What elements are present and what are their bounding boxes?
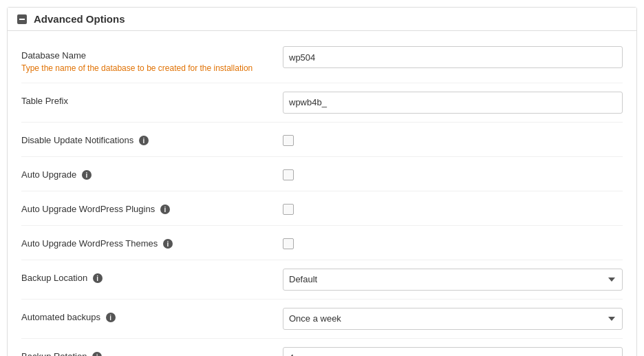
auto-upgrade-plugins-label: Auto Upgrade WordPress Plugins i <box>21 204 283 215</box>
database-name-row: Database Name Type the name of the datab… <box>21 38 623 83</box>
database-name-hint: Type the name of the database to be crea… <box>21 63 283 74</box>
backup-rotation-label-col: Backup Rotation i <box>21 347 283 356</box>
database-name-label: Database Name <box>21 50 283 61</box>
auto-upgrade-plugins-checkbox[interactable] <box>283 204 294 215</box>
backup-rotation-row: Backup Rotation i 1 2 3 4 5 <box>21 339 623 356</box>
panel-header[interactable]: Advanced Options <box>8 8 636 31</box>
automated-backups-control: Once a week Once a day Twice a day Disab… <box>283 308 623 330</box>
backup-rotation-info-icon[interactable]: i <box>92 352 102 356</box>
auto-upgrade-info-icon[interactable]: i <box>82 170 92 180</box>
disable-update-notifications-row: Disable Update Notifications i <box>21 123 623 157</box>
backup-location-row: Backup Location i Default Remote FTP Dro… <box>21 260 623 300</box>
table-prefix-label-col: Table Prefix <box>21 92 283 106</box>
disable-update-notifications-info-icon[interactable]: i <box>139 136 149 145</box>
collapse-icon[interactable] <box>17 14 27 24</box>
backup-location-info-icon[interactable]: i <box>93 273 103 283</box>
table-prefix-input[interactable] <box>283 92 623 114</box>
backup-location-label-col: Backup Location i <box>21 269 283 284</box>
backup-location-select[interactable]: Default Remote FTP Dropbox S3 <box>283 269 623 291</box>
database-name-input[interactable] <box>283 46 623 68</box>
backup-location-control: Default Remote FTP Dropbox S3 <box>283 269 623 291</box>
database-name-label-col: Database Name Type the name of the datab… <box>21 46 283 74</box>
table-prefix-row: Table Prefix <box>21 83 623 123</box>
auto-upgrade-themes-info-icon[interactable]: i <box>163 239 173 249</box>
auto-upgrade-themes-row: Auto Upgrade WordPress Themes i <box>21 226 623 260</box>
panel-body: Database Name Type the name of the datab… <box>8 31 636 356</box>
table-prefix-control <box>283 92 623 114</box>
disable-update-notifications-checkbox[interactable] <box>283 135 294 146</box>
disable-update-notifications-label-col: Disable Update Notifications i <box>21 131 283 146</box>
database-name-control <box>283 46 623 68</box>
advanced-options-panel: Advanced Options Database Name Type the … <box>7 7 637 356</box>
panel-title: Advanced Options <box>34 13 125 25</box>
automated-backups-label-col: Automated backups i <box>21 308 283 323</box>
auto-upgrade-plugins-row: Auto Upgrade WordPress Plugins i <box>21 191 623 226</box>
auto-upgrade-row: Auto Upgrade i <box>21 157 623 191</box>
auto-upgrade-label: Auto Upgrade i <box>21 169 283 180</box>
auto-upgrade-themes-control <box>283 234 623 251</box>
backup-location-label: Backup Location i <box>21 273 283 284</box>
table-prefix-label: Table Prefix <box>21 96 283 106</box>
automated-backups-select[interactable]: Once a week Once a day Twice a day Disab… <box>283 308 623 330</box>
disable-update-notifications-control <box>283 131 623 148</box>
automated-backups-label: Automated backups i <box>21 312 283 323</box>
auto-upgrade-label-col: Auto Upgrade i <box>21 165 283 180</box>
auto-upgrade-control <box>283 165 623 182</box>
automated-backups-row: Automated backups i Once a week Once a d… <box>21 300 623 339</box>
auto-upgrade-plugins-control <box>283 200 623 217</box>
auto-upgrade-checkbox[interactable] <box>283 169 294 180</box>
automated-backups-info-icon[interactable]: i <box>106 313 116 322</box>
backup-rotation-select[interactable]: 1 2 3 4 5 <box>283 347 623 356</box>
auto-upgrade-themes-label: Auto Upgrade WordPress Themes i <box>21 238 283 249</box>
auto-upgrade-themes-label-col: Auto Upgrade WordPress Themes i <box>21 234 283 249</box>
auto-upgrade-plugins-info-icon[interactable]: i <box>160 205 170 214</box>
backup-rotation-control: 1 2 3 4 5 <box>283 347 623 356</box>
backup-rotation-label: Backup Rotation i <box>21 351 283 356</box>
auto-upgrade-themes-checkbox[interactable] <box>283 238 294 249</box>
disable-update-notifications-label: Disable Update Notifications i <box>21 135 283 146</box>
auto-upgrade-plugins-label-col: Auto Upgrade WordPress Plugins i <box>21 200 283 215</box>
